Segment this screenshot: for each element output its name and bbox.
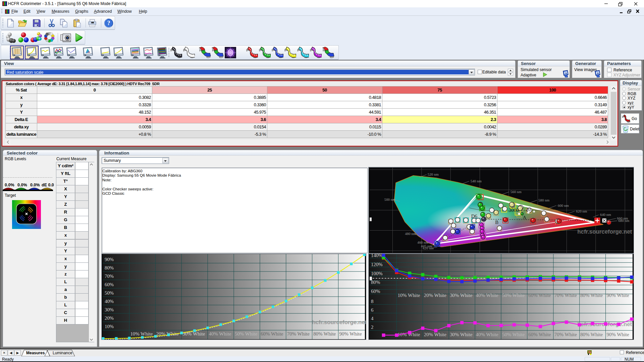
svg-text:Measures: Measures xyxy=(26,351,45,355)
svg-text:10% White: 10% White xyxy=(130,331,153,337)
svg-text:10%: 10% xyxy=(105,324,114,329)
svg-text:10% White: 10% White xyxy=(397,293,420,298)
svg-text:80% White: 80% White xyxy=(580,293,603,298)
svg-text:60%: 60% xyxy=(371,289,380,294)
svg-text:hcfr.sourceforge.net: hcfr.sourceforge.net xyxy=(577,229,632,235)
svg-text:20: 20 xyxy=(526,207,531,212)
svg-text:?: ? xyxy=(107,20,110,26)
svg-text:60% White: 60% White xyxy=(528,293,551,298)
svg-text:60%: 60% xyxy=(105,282,114,287)
svg-text:40% White: 40% White xyxy=(209,331,231,337)
svg-text:20% White: 20% White xyxy=(424,293,446,298)
svg-text:90% White: 90% White xyxy=(607,332,629,337)
svg-text:40% White: 40% White xyxy=(476,332,498,337)
svg-text:Luminance: Luminance xyxy=(53,351,72,355)
svg-text:620 nm: 620 nm xyxy=(576,209,587,213)
svg-text:80%: 80% xyxy=(371,280,380,285)
svg-text:580 nm: 580 nm xyxy=(538,198,550,202)
svg-text:520 nm: 520 nm xyxy=(428,172,439,176)
svg-text:70% White: 70% White xyxy=(287,331,310,337)
svg-text:40%: 40% xyxy=(105,299,114,304)
svg-text:hcfr.sourceforge.net: hcfr.sourceforge.net xyxy=(312,319,366,325)
svg-text:50% White: 50% White xyxy=(235,331,257,337)
svg-text:30%: 30% xyxy=(105,307,114,312)
svg-text:100%: 100% xyxy=(371,271,383,276)
svg-text:60% White: 60% White xyxy=(261,331,283,337)
svg-text:20%: 20% xyxy=(105,315,114,321)
svg-text:50% White: 50% White xyxy=(502,293,525,298)
svg-text:2: 2 xyxy=(371,324,373,330)
svg-text:540 nm: 540 nm xyxy=(471,179,482,183)
svg-text:40% White: 40% White xyxy=(476,293,498,298)
svg-text:20% White: 20% White xyxy=(424,332,446,337)
svg-text:50% White: 50% White xyxy=(502,332,525,337)
svg-text:8: 8 xyxy=(371,299,373,304)
svg-text:600 nm: 600 nm xyxy=(558,203,569,207)
svg-text:90%: 90% xyxy=(105,257,114,262)
svg-text:80% White: 80% White xyxy=(580,332,603,337)
svg-text:80%: 80% xyxy=(105,265,114,270)
svg-text:140%: 140% xyxy=(371,253,383,258)
svg-text:70% White: 70% White xyxy=(554,293,577,298)
svg-text:30% White: 30% White xyxy=(450,332,472,337)
svg-text:680 nm: 680 nm xyxy=(618,219,630,223)
svg-text:500 nm: 500 nm xyxy=(384,197,396,201)
svg-text:120%: 120% xyxy=(371,262,383,267)
svg-text:640 nm: 640 nm xyxy=(600,213,611,217)
svg-text:60% White: 60% White xyxy=(528,332,551,337)
svg-text:B: B xyxy=(495,220,498,225)
svg-text:90% White: 90% White xyxy=(339,331,362,337)
svg-text:90% White: 90% White xyxy=(607,293,629,298)
svg-text:560 nm: 560 nm xyxy=(511,190,522,194)
svg-text:70% White: 70% White xyxy=(554,332,577,337)
svg-text:70%: 70% xyxy=(105,274,114,279)
svg-text:80% White: 80% White xyxy=(313,331,336,337)
svg-text:6: 6 xyxy=(371,307,373,313)
svg-text:30% White: 30% White xyxy=(450,293,472,298)
svg-text:3000: 3000 xyxy=(509,207,519,213)
svg-text:A: A xyxy=(523,215,526,220)
svg-text:D6: D6 xyxy=(471,214,477,219)
svg-text:4: 4 xyxy=(371,316,374,321)
svg-text:50%: 50% xyxy=(105,290,114,296)
